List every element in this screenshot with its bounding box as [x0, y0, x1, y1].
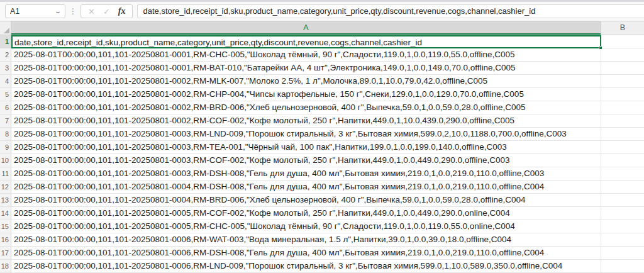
row-header-1[interactable]: 1 — [0, 35, 11, 48]
sheet-grid: A B 1date,store_id,receipt_id,sku,produc… — [0, 21, 644, 273]
cell-A16[interactable]: 2025-08-01T00:00:00,101,101-20250801-000… — [11, 233, 601, 247]
cell-B7[interactable] — [601, 114, 644, 128]
cell-B15[interactable] — [601, 220, 644, 233]
formula-actions: ✕ ✓ fx — [80, 4, 133, 18]
cell-A15[interactable]: 2025-08-01T00:00:00,101,101-20250801-000… — [11, 220, 601, 233]
formula-bar: A1 ⌄ ⋮ ✕ ✓ fx date,store_id,receipt_id,s… — [0, 2, 644, 21]
table-row: 132025-08-01T00:00:00,101,101-20250801-0… — [0, 194, 644, 207]
row-header-11[interactable]: 11 — [0, 167, 11, 181]
fill-handle[interactable] — [599, 46, 602, 50]
table-row: 92025-08-01T00:00:00,101,101-20250801-00… — [0, 141, 644, 154]
table-row: 112025-08-01T00:00:00,101,101-20250801-0… — [0, 167, 644, 181]
chevron-down-icon[interactable]: ⌄ — [54, 8, 62, 14]
select-all-button[interactable] — [0, 21, 11, 35]
row-header-7[interactable]: 7 — [0, 114, 11, 128]
column-headers: A B — [0, 21, 644, 35]
table-row: 22025-08-01T00:00:00,101,101-20250801-00… — [0, 48, 644, 62]
cell-B16[interactable] — [601, 233, 644, 247]
cell-A9[interactable]: 2025-08-01T00:00:00,101,101-20250801-000… — [11, 141, 601, 154]
row-header-13[interactable]: 13 — [0, 194, 11, 207]
table-row: 72025-08-01T00:00:00,101,101-20250801-00… — [0, 114, 644, 128]
cell-A18[interactable]: 2025-08-01T00:00:00,101,101-20250801-000… — [11, 260, 601, 273]
cell-B3[interactable] — [601, 62, 644, 75]
cell-B14[interactable] — [601, 207, 644, 220]
row-header-2[interactable]: 2 — [0, 48, 11, 62]
grid-rows: 1date,store_id,receipt_id,sku,product_na… — [0, 35, 644, 273]
row-header-4[interactable]: 4 — [0, 75, 11, 88]
select-all-triangle-icon — [4, 28, 9, 33]
table-row: 52025-08-01T00:00:00,101,101-20250801-00… — [0, 88, 644, 101]
name-box[interactable]: A1 ⌄ — [5, 4, 65, 18]
column-header-B[interactable]: B — [601, 21, 644, 35]
table-row: 62025-08-01T00:00:00,101,101-20250801-00… — [0, 101, 644, 114]
cell-B2[interactable] — [601, 48, 644, 62]
cell-B8[interactable] — [601, 128, 644, 141]
row-header-9[interactable]: 9 — [0, 141, 11, 154]
cell-B17[interactable] — [601, 247, 644, 260]
row-header-12[interactable]: 12 — [0, 181, 11, 194]
cell-A1[interactable]: date,store_id,receipt_id,sku,product_nam… — [11, 35, 601, 48]
row-header-8[interactable]: 8 — [0, 128, 11, 141]
cancel-icon[interactable]: ✕ — [88, 7, 95, 16]
table-row: 182025-08-01T00:00:00,101,101-20250801-0… — [0, 260, 644, 273]
row-header-16[interactable]: 16 — [0, 233, 11, 247]
row-header-3[interactable]: 3 — [0, 62, 11, 75]
cell-B4[interactable] — [601, 75, 644, 88]
cell-B1[interactable] — [601, 35, 644, 48]
row-header-5[interactable]: 5 — [0, 88, 11, 101]
formula-input[interactable]: date,store_id,receipt_id,sku,product_nam… — [137, 4, 644, 18]
cell-B11[interactable] — [601, 167, 644, 181]
cell-B13[interactable] — [601, 194, 644, 207]
cell-A12[interactable]: 2025-08-01T00:00:00,101,101-20250801-000… — [11, 181, 601, 194]
cell-A7[interactable]: 2025-08-01T00:00:00,101,101-20250801-000… — [11, 114, 601, 128]
cell-B6[interactable] — [601, 101, 644, 114]
row-header-15[interactable]: 15 — [0, 220, 11, 233]
table-row: 32025-08-01T00:00:00,101,101-20250801-00… — [0, 62, 644, 75]
cell-A8[interactable]: 2025-08-01T00:00:00,101,101-20250801-000… — [11, 128, 601, 141]
cell-B5[interactable] — [601, 88, 644, 101]
cell-A17[interactable]: 2025-08-01T00:00:00,101,101-20250801-000… — [11, 247, 601, 260]
insert-function-icon[interactable]: fx — [118, 6, 126, 16]
table-row: 142025-08-01T00:00:00,101,101-20250801-0… — [0, 207, 644, 220]
row-header-18[interactable]: 18 — [0, 260, 11, 273]
column-header-A[interactable]: A — [11, 21, 601, 35]
table-row: 1date,store_id,receipt_id,sku,product_na… — [0, 35, 644, 48]
spreadsheet-app: A1 ⌄ ⋮ ✕ ✓ fx date,store_id,receipt_id,s… — [0, 0, 644, 273]
table-row: 42025-08-01T00:00:00,101,101-20250801-00… — [0, 75, 644, 88]
cell-A5[interactable]: 2025-08-01T00:00:00,101,101-20250801-000… — [11, 88, 601, 101]
table-row: 122025-08-01T00:00:00,101,101-20250801-0… — [0, 181, 644, 194]
enter-icon[interactable]: ✓ — [103, 7, 110, 16]
cell-A14[interactable]: 2025-08-01T00:00:00,101,101-20250801-000… — [11, 207, 601, 220]
cell-B9[interactable] — [601, 141, 644, 154]
table-row: 82025-08-01T00:00:00,101,101-20250801-00… — [0, 128, 644, 141]
kebab-menu-icon[interactable]: ⋮ — [65, 7, 80, 16]
table-row: 172025-08-01T00:00:00,101,101-20250801-0… — [0, 247, 644, 260]
cell-B12[interactable] — [601, 181, 644, 194]
cell-B18[interactable] — [601, 260, 644, 273]
row-header-17[interactable]: 17 — [0, 247, 11, 260]
row-header-14[interactable]: 14 — [0, 207, 11, 220]
row-header-10[interactable]: 10 — [0, 154, 11, 167]
cell-A3[interactable]: 2025-08-01T00:00:00,101,101-20250801-000… — [11, 62, 601, 75]
table-row: 162025-08-01T00:00:00,101,101-20250801-0… — [0, 233, 644, 247]
table-row: 102025-08-01T00:00:00,101,101-20250801-0… — [0, 154, 644, 167]
cell-A6[interactable]: 2025-08-01T00:00:00,101,101-20250801-000… — [11, 101, 601, 114]
cell-reference: A1 — [10, 7, 19, 16]
table-row: 152025-08-01T00:00:00,101,101-20250801-0… — [0, 220, 644, 233]
cell-A10[interactable]: 2025-08-01T00:00:00,101,101-20250801-000… — [11, 154, 601, 167]
cell-B10[interactable] — [601, 154, 644, 167]
cell-A4[interactable]: 2025-08-01T00:00:00,101,101-20250801-000… — [11, 75, 601, 88]
cell-A13[interactable]: 2025-08-01T00:00:00,101,101-20250801-000… — [11, 194, 601, 207]
row-header-6[interactable]: 6 — [0, 101, 11, 114]
cell-A11[interactable]: 2025-08-01T00:00:00,101,101-20250801-000… — [11, 167, 601, 181]
cell-A2[interactable]: 2025-08-01T00:00:00,101,101-20250801-000… — [11, 48, 601, 62]
